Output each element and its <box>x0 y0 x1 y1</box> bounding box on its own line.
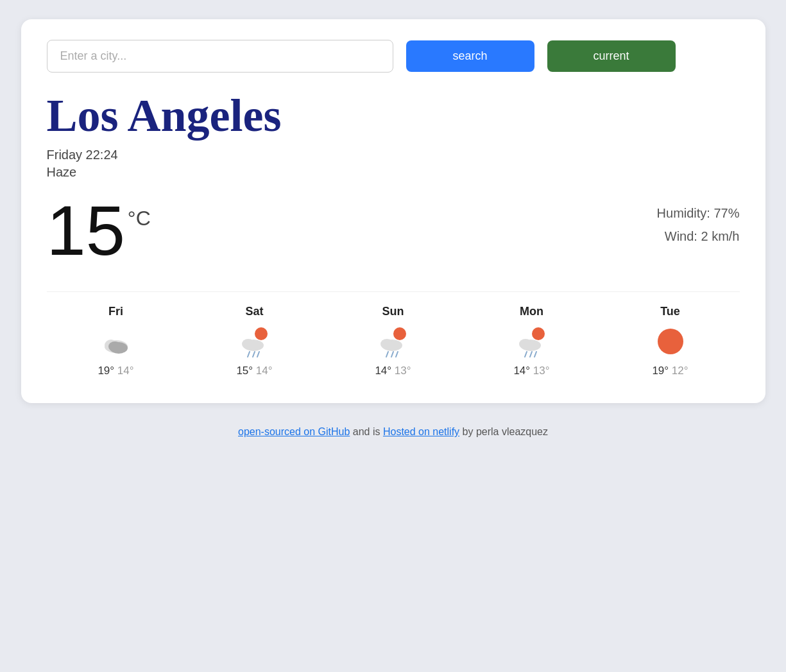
forecast-day-label: Sun <box>382 305 404 318</box>
forecast-temps-mon: 14° 13° <box>513 365 549 377</box>
forecast-temps-tue: 19° 12° <box>652 365 688 377</box>
forecast-day-label: Tue <box>660 305 680 318</box>
forecast-low: 13° <box>395 365 411 377</box>
search-button[interactable]: search <box>406 40 534 72</box>
forecast-low: 12° <box>672 365 688 377</box>
forecast-day-label: Mon <box>520 305 543 318</box>
forecast-temps-sat: 15° 14° <box>236 365 272 377</box>
svg-line-21 <box>534 352 536 357</box>
footer: open-sourced on GitHub and is Hosted on … <box>238 426 548 438</box>
svg-line-14 <box>391 352 393 357</box>
temperature-unit: °C <box>128 207 151 230</box>
svg-point-22 <box>658 329 683 354</box>
weather-card: search current Los Angeles Friday 22:24 … <box>21 19 765 403</box>
svg-point-3 <box>108 341 121 352</box>
svg-line-19 <box>525 352 527 357</box>
temperature-value: 15 <box>47 195 125 266</box>
datetime: Friday 22:24 <box>47 148 740 162</box>
forecast-icon-tue <box>654 325 687 358</box>
svg-point-6 <box>242 339 255 349</box>
svg-point-10 <box>393 327 406 340</box>
forecast-day-label: Fri <box>108 305 123 318</box>
forecast-high: 14° <box>513 365 530 377</box>
forecast-low: 14° <box>117 365 134 377</box>
forecast-high: 19° <box>652 365 669 377</box>
city-name: Los Angeles <box>47 90 740 141</box>
svg-line-9 <box>257 352 259 357</box>
weather-details: Humidity: 77% Wind: 2 km/h <box>657 195 740 248</box>
svg-line-20 <box>530 352 532 357</box>
footer-text-middle: and is <box>353 426 383 437</box>
forecast-low: 14° <box>256 365 273 377</box>
forecast-day-label: Sat <box>245 305 263 318</box>
svg-point-16 <box>532 327 545 340</box>
github-link[interactable]: open-sourced on GitHub <box>238 426 350 437</box>
forecast-day-sat: Sat 15° 14° <box>185 305 324 377</box>
forecast-icon-sun <box>377 325 410 358</box>
forecast-day-tue: Tue 19° 12° <box>601 305 740 377</box>
forecast-temps-sun: 14° 13° <box>375 365 411 377</box>
forecast-icon-mon <box>515 325 549 358</box>
forecast-high: 15° <box>236 365 253 377</box>
svg-line-15 <box>396 352 398 357</box>
forecast-row: Fri 19° 14° Sat <box>47 291 740 377</box>
svg-line-13 <box>386 352 388 357</box>
forecast-high: 14° <box>375 365 391 377</box>
current-button[interactable]: current <box>547 40 676 72</box>
search-row: search current <box>47 40 740 73</box>
forecast-low: 13° <box>533 365 550 377</box>
svg-line-7 <box>248 352 250 357</box>
svg-point-18 <box>519 339 532 349</box>
netlify-link[interactable]: Hosted on netlify <box>383 426 459 437</box>
forecast-day-fri: Fri 19° 14° <box>47 305 185 377</box>
forecast-day-mon: Mon 14° 13° <box>463 305 601 377</box>
forecast-icon-sat <box>238 325 271 358</box>
svg-line-8 <box>253 352 255 357</box>
forecast-high: 19° <box>98 365 114 377</box>
temperature-main: 15 °C <box>47 195 151 266</box>
svg-point-12 <box>380 339 393 349</box>
forecast-icon-fri <box>99 325 133 358</box>
svg-point-4 <box>255 327 268 340</box>
temperature-row: 15 °C Humidity: 77% Wind: 2 km/h <box>47 195 740 266</box>
footer-text-after: by perla vleazquez <box>463 426 548 437</box>
wind-value: Wind: 2 km/h <box>657 225 740 248</box>
forecast-temps-fri: 19° 14° <box>98 365 133 377</box>
humidity-value: Humidity: 77% <box>657 202 740 225</box>
forecast-day-sun: Sun 14° 13° <box>324 305 463 377</box>
city-input[interactable] <box>47 40 393 73</box>
condition: Haze <box>47 165 740 180</box>
